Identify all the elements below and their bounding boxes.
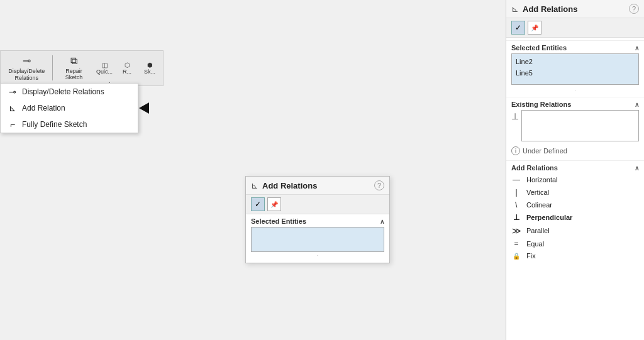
center-panel-header: ⊾ Add Relations ?: [246, 177, 389, 195]
sk-icon: ⬢: [147, 62, 153, 69]
perpendicular-label: Perpendicular: [526, 214, 572, 221]
right-existing-rel-box: [521, 110, 639, 141]
right-pin-btn[interactable]: 📌: [528, 21, 541, 35]
right-panel-toolbar: ✓ 📌: [506, 18, 644, 38]
relation-equal[interactable]: = Equal: [506, 238, 644, 250]
relation-parallel[interactable]: ≫ Parallel: [506, 224, 644, 238]
dropdown-display-delete[interactable]: ⊸ Display/Delete Relations: [1, 84, 138, 100]
right-check-btn[interactable]: ✓: [511, 21, 525, 35]
right-help-btn[interactable]: ?: [629, 4, 639, 14]
sk-label: Sk...: [144, 69, 155, 75]
relation-vertical[interactable]: | Vertical: [506, 186, 644, 199]
horizontal-icon: —: [511, 175, 521, 184]
fully-define-dd-icon: ⌐: [7, 119, 18, 129]
right-under-defined: i Under Defined: [506, 144, 644, 158]
right-add-relations-header: Add Relations ∧: [506, 160, 644, 173]
right-pin-icon: 📌: [531, 25, 538, 31]
r-label: R...: [123, 69, 131, 75]
right-add-relations-label: Add Relations: [511, 164, 558, 172]
right-selected-entities-label: Selected Entities: [511, 44, 567, 52]
colinear-label: Colinear: [526, 201, 552, 209]
parallel-icon: ≫: [511, 226, 521, 236]
right-panel-header: ⊾ Add Relations ?: [506, 0, 644, 18]
display-delete-dd-icon: ⊸: [7, 87, 18, 97]
quick-icon: ◫: [102, 62, 108, 69]
right-panel: ⊾ Add Relations ? ✓ 📌 Selected Entities …: [506, 0, 644, 340]
toolbar-area: ⊸ Display/Delete Relations ⧉ Repair Sket…: [0, 50, 176, 96]
r-icon: ⬡: [125, 62, 130, 69]
vertical-label: Vertical: [526, 189, 549, 196]
under-defined-label: Under Defined: [523, 147, 567, 155]
right-add-relations-chevron-icon[interactable]: ∧: [635, 165, 639, 172]
parallel-label: Parallel: [526, 227, 550, 234]
dropdown-fully-define[interactable]: ⌐ Fully Define Sketch: [1, 116, 138, 133]
r-btn[interactable]: ⬡ R...: [118, 60, 136, 76]
equal-label: Equal: [526, 240, 544, 248]
quick-label: Quic...: [96, 69, 113, 75]
center-panel-title: Add Relations: [262, 181, 370, 190]
right-existing-rel-row: ⊥: [506, 110, 644, 144]
center-check-btn[interactable]: ✓: [251, 197, 265, 211]
center-selected-entities-label: Selected Entities: [251, 217, 306, 225]
center-panel-toolbar: ✓ 📌: [246, 195, 389, 214]
relation-fix[interactable]: 🔒 Fix: [506, 250, 644, 261]
equal-icon: =: [511, 239, 521, 248]
quick-btn[interactable]: ◫ Quic...: [95, 60, 114, 76]
perpendicular-icon: ⊥: [511, 213, 521, 222]
right-panel-icon: ⊾: [511, 4, 519, 14]
relation-perpendicular[interactable]: ⊥ Perpendicular: [506, 211, 644, 224]
toolbar-buttons: ⊸ Display/Delete Relations ⧉ Repair Sket…: [0, 50, 164, 86]
center-entity-box: [251, 227, 384, 252]
right-check-icon: ✓: [515, 23, 521, 32]
center-pin-btn[interactable]: 📌: [267, 197, 281, 211]
sk-btn[interactable]: ⬢ Sk...: [140, 60, 159, 76]
relation-colinear[interactable]: / Colinear: [506, 199, 644, 211]
right-entity-box: Line2 Line5: [511, 53, 639, 85]
relation-horizontal[interactable]: — Horizontal: [506, 173, 644, 186]
center-panel-icon: ⊾: [251, 180, 258, 190]
center-check-icon: ✓: [255, 200, 261, 209]
dropdown-menu: ⊸ Display/Delete Relations ⊾ Add Relatio…: [0, 83, 138, 133]
horizontal-label: Horizontal: [526, 176, 558, 184]
center-help-btn[interactable]: ?: [374, 180, 384, 190]
center-panel: ⊾ Add Relations ? ✓ 📌 Selected Entities …: [245, 176, 390, 263]
right-existing-chevron-icon[interactable]: ∧: [635, 101, 639, 108]
fix-icon: 🔒: [511, 253, 521, 260]
add-relation-dd-icon: ⊾: [7, 103, 18, 113]
right-scroll-indicator: ·: [506, 87, 644, 94]
entity-line2: Line2: [516, 57, 635, 68]
display-delete-btn[interactable]: ⊸ Display/Delete Relations: [4, 53, 48, 83]
right-existing-relations-header: Existing Relations ∧: [506, 97, 644, 110]
center-pin-icon: 📌: [270, 201, 278, 208]
right-panel-title: Add Relations: [523, 4, 625, 14]
repair-label: Repair Sketch: [59, 68, 89, 82]
repair-sketch-btn[interactable]: ⧉ Repair Sketch: [57, 54, 91, 83]
display-delete-dd-label: Display/Delete Relations: [22, 87, 104, 96]
center-entities-section: ·: [246, 227, 389, 263]
fix-label: Fix: [526, 252, 536, 260]
right-add-relations-section: Add Relations ∧ — Horizontal | Vertical …: [506, 160, 644, 261]
add-relation-dd-label: Add Relation: [22, 104, 65, 112]
right-selected-chevron-icon[interactable]: ∧: [635, 45, 639, 52]
right-perp-icon: ⊥: [511, 110, 519, 121]
center-selected-entities-header: Selected Entities ∧: [246, 214, 389, 227]
add-relation-arrow: [139, 102, 149, 114]
dropdown-add-relation[interactable]: ⊾ Add Relation: [1, 100, 138, 116]
info-icon: i: [511, 146, 520, 155]
display-delete-label: Display/Delete Relations: [7, 68, 46, 82]
colinear-icon: /: [510, 199, 523, 211]
entity-line5: Line5: [516, 68, 635, 79]
center-scroll-indicator: ·: [251, 252, 384, 259]
right-existing-relations-label: Existing Relations: [511, 101, 571, 108]
fully-define-dd-label: Fully Define Sketch: [22, 120, 87, 129]
right-selected-entities-header: Selected Entities ∧: [506, 40, 644, 53]
vertical-icon: |: [511, 188, 521, 197]
display-delete-icon: ⊸: [23, 55, 31, 67]
center-chevron-up-icon[interactable]: ∧: [380, 218, 384, 225]
repair-icon: ⧉: [70, 55, 77, 67]
